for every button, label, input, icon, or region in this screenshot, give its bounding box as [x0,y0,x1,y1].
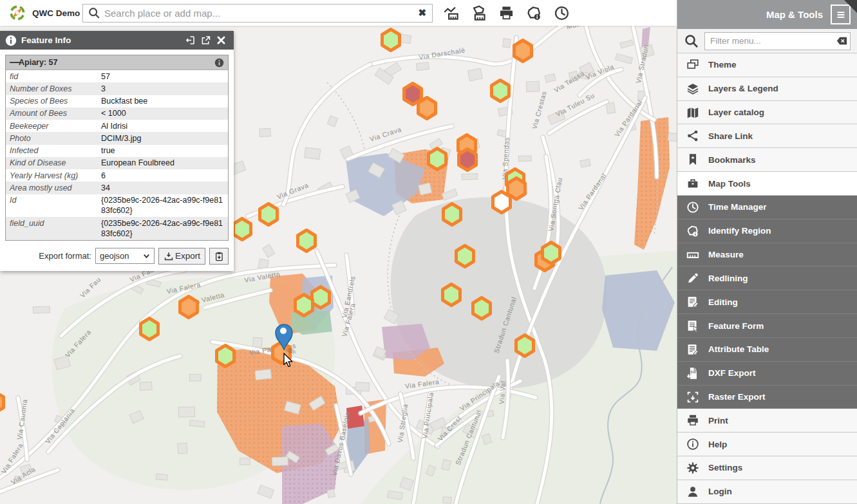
redlining-icon [677,271,708,285]
dock-icon [185,35,196,46]
collapse-icon[interactable]: — [10,57,19,68]
topbar-toolbar [441,3,571,23]
attribute-value: Al Idrisi [101,121,228,131]
sidebar-item-layer-catalog[interactable]: Layer catalog [677,101,857,125]
share-icon [677,129,708,143]
dock-panel-button[interactable] [182,33,198,48]
sidebar-item-theme[interactable]: Theme [677,53,857,77]
toolbox-icon [677,176,708,191]
app-brand-label: QWC Demo [32,8,80,18]
login-icon [677,485,708,499]
feature-attribute-row: Infected true [6,145,228,157]
sidebar-item-settings[interactable]: Settings [677,456,857,480]
attribute-value: European Foulbreed [101,158,228,168]
search-input[interactable] [104,8,412,19]
feature-attribute-row: Yearly Harvest (kg) 6 [6,169,228,182]
close-panel-button[interactable] [213,33,229,48]
sidebar-item-label: Theme [708,60,737,70]
filter-menu-input[interactable] [704,32,851,50]
apiary-marker-green[interactable] [312,287,330,308]
feature-info-panel: Feature Info — Apiary: 57 [0,31,234,271]
identify-region-icon [525,5,543,22]
attribute-value: 3 [101,84,228,94]
attribute-value: < 1000 [101,108,228,118]
apiary-marker-green[interactable] [444,204,461,225]
sidebar-item-label: Identify Region [708,226,771,236]
export-format-select[interactable]: geojson [95,248,155,264]
sidebar-item-label: Raster Export [708,392,766,402]
sidebar-item-measure[interactable]: Measure [677,243,857,267]
sidebar-item-label: Attribute Table [708,344,769,354]
apiary-marker-green[interactable] [429,149,446,170]
apiary-marker-green[interactable] [298,230,315,252]
apiary-marker-green[interactable] [217,346,234,367]
sidebar-item-identify-region[interactable]: Identify Region [677,219,857,243]
apiary-marker-green[interactable] [443,285,460,306]
sidebar-item-time-manager[interactable]: Time Manager [677,196,857,219]
attribute-value: {0235be9c-2026-42ac-a99c-f9e8183fc602} [101,195,228,216]
identify-region-button[interactable] [524,3,543,23]
theme-icon [677,58,708,72]
print-button[interactable] [496,3,516,23]
feature-attribute-row: field_uuid {0235be9c-2026-42ac-a99c-f9e8… [6,217,228,240]
apiary-marker-orange[interactable] [514,41,532,62]
sidebar-item-raster-export[interactable]: Raster Export [677,386,857,409]
sidebar-item-dxf-export[interactable]: DXF DXF Export [677,362,857,386]
attribute-value: 57 [101,71,228,82]
attribute-value: {0235be9c-2026-42ac-a99c-f9e8183fc602} [101,218,228,239]
apiary-marker-green[interactable] [543,243,560,264]
time-manager-button[interactable] [552,3,571,23]
qwc-logo-icon [8,3,27,23]
sidebar-item-help[interactable]: Help [677,433,857,456]
sidebar-item-feature-form[interactable]: Feature Form [677,314,857,338]
copy-to-clipboard-button[interactable] [209,248,229,265]
attribute-value: 34 [101,183,228,193]
bookmark-icon [677,153,708,167]
feature-attribute-row: Id {0235be9c-2026-42ac-a99c-f9e8183fc602… [6,194,228,218]
sidebar-item-print[interactable]: Print [677,409,857,433]
sidebar-item-bookmarks[interactable]: Bookmarks [677,148,857,172]
sidebar-item-login[interactable]: Login [677,480,857,504]
apiary-marker-orange[interactable] [180,297,198,318]
apiary-marker-red[interactable] [459,149,476,171]
apiary-marker-white[interactable] [493,192,511,213]
export-button[interactable]: Export [158,248,205,265]
apiary-marker-green[interactable] [296,295,313,316]
attribute-label: Amount of Bees [6,108,101,118]
feature-info-icon[interactable] [214,58,224,68]
sidebar-item-attribute-table[interactable]: Attribute Table [677,338,857,362]
feature-attribute-row: fid 57 [6,70,228,82]
apiary-marker-green[interactable] [260,204,278,225]
feature-attribute-row: Beekeeper Al Idrisi [6,120,228,132]
apiary-marker-green[interactable] [516,335,534,357]
apiary-marker-orange[interactable] [419,98,436,119]
measure-line-button[interactable] [441,3,460,23]
apiary-marker-green[interactable] [492,80,509,102]
feature-info-titlebar[interactable]: Feature Info [0,31,234,50]
raster-export-icon [677,390,708,404]
sidebar-item-map-tools[interactable]: Map Tools [677,172,857,196]
feature-header-row[interactable]: — Apiary: 57 [6,55,228,70]
sidebar: Map & Tools Theme [677,0,857,504]
apiary-marker-green[interactable] [141,319,158,340]
sidebar-item-label: Print [708,416,728,425]
apiary-marker-green[interactable] [473,298,491,319]
dxf-export-icon: DXF [677,366,708,380]
apiary-marker-green[interactable] [382,30,400,51]
apiary-marker-orange[interactable] [0,392,4,413]
filter-clear-icon[interactable] [836,36,847,46]
apiary-marker-green[interactable] [234,219,251,240]
sidebar-item-label: Bookmarks [708,155,756,165]
feature-attribute-row: Species of Bees Buckfast bee [6,95,228,107]
measure-area-button[interactable] [469,3,488,23]
sidebar-item-redlining[interactable]: Redlining [677,266,857,290]
sidebar-item-editing[interactable]: Editing [677,290,857,314]
search-clear-button[interactable]: ✖ [412,7,432,19]
open-window-button[interactable] [198,33,213,48]
apiary-marker-green[interactable] [457,246,474,267]
sidebar-item-share-link[interactable]: Share Link [677,124,857,148]
attribute-label: Kind of Disease [6,158,101,168]
sidebar-item-label: Time Manager [708,202,767,212]
attribute-table-icon [677,342,708,357]
sidebar-item-layers-and-legend[interactable]: Layers & Legend [677,77,857,101]
